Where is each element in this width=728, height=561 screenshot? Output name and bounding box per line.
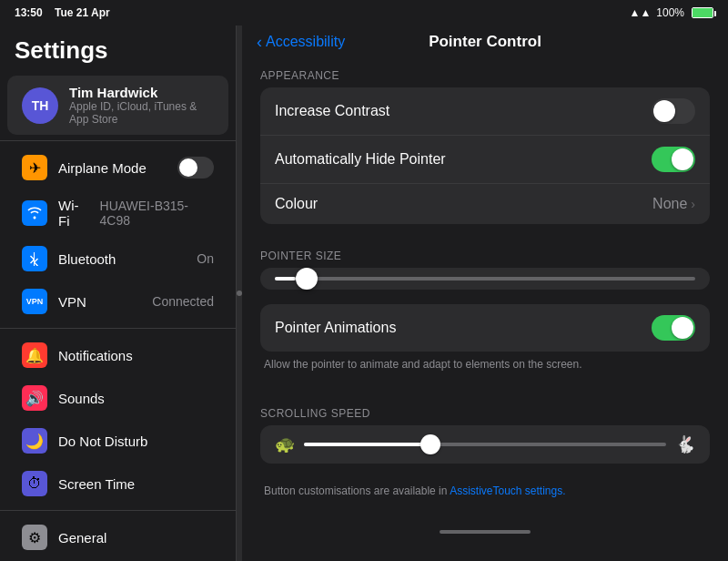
battery-percent: 100% — [656, 6, 684, 19]
pointer-size-track — [275, 277, 695, 280]
airplane-label: Airplane Mode — [58, 160, 147, 176]
increase-contrast-toggle[interactable] — [652, 98, 695, 124]
nav-bar: ‹ Accessibility Pointer Control — [242, 26, 728, 58]
donotdisturb-label: Do Not Disturb — [58, 434, 147, 449]
colour-label: Colour — [275, 196, 652, 212]
auto-hide-label: Automatically Hide Pointer — [275, 151, 652, 168]
main-content: ‹ Accessibility Pointer Control APPEARAN… — [242, 26, 728, 561]
appearance-group: Increase Contrast Automatically Hide Poi… — [260, 87, 710, 224]
pointer-animations-knob — [672, 317, 693, 339]
sidebar-item-wifi[interactable]: Wi-Fi HUAWEI-B315-4C98 — [7, 189, 228, 237]
sounds-icon: 🔊 — [22, 385, 47, 411]
increase-contrast-knob — [653, 100, 675, 122]
battery-icon — [692, 7, 713, 18]
wifi-sidebar-icon — [22, 200, 47, 226]
status-bar: 13:50 Tue 21 Apr ▲▲ 100% — [0, 0, 728, 26]
vpn-label: VPN — [58, 294, 86, 310]
sidebar-title: Settings — [0, 26, 236, 72]
home-indicator — [242, 523, 728, 541]
bluetooth-icon — [22, 246, 47, 271]
general-icon: ⚙ — [22, 525, 47, 550]
colour-row[interactable]: Colour None › — [260, 184, 710, 224]
sidebar-item-donotdisturb[interactable]: 🌙 Do Not Disturb — [7, 420, 228, 462]
screentime-label: Screen Time — [58, 476, 135, 492]
colour-value: None — [652, 196, 687, 212]
notifications-label: Notifications — [58, 348, 133, 363]
bluetooth-label: Bluetooth — [58, 251, 116, 267]
donotdisturb-icon: 🌙 — [22, 428, 47, 454]
assistivetouch-link[interactable]: AssistiveTouch settings. — [450, 484, 565, 497]
wifi-value: HUAWEI-B315-4C98 — [100, 199, 214, 228]
wifi-label: Wi-Fi — [58, 198, 89, 229]
sidebar-item-general[interactable]: ⚙ General — [7, 516, 228, 558]
notifications-icon: 🔔 — [22, 342, 47, 368]
scrolling-speed-label: SCROLLING SPEED — [260, 396, 710, 425]
sidebar-item-vpn[interactable]: VPN VPN Connected — [7, 280, 228, 322]
profile-name: Tim Hardwick — [69, 85, 214, 100]
sidebar-item-screentime[interactable]: ⏱ Screen Time — [7, 463, 228, 505]
divider-3 — [0, 510, 236, 511]
animations-group: Pointer Animations — [260, 304, 710, 352]
pointer-size-section: POINTER SIZE — [242, 239, 728, 304]
auto-hide-pointer-row: Automatically Hide Pointer — [260, 136, 710, 184]
sidebar-item-airplane[interactable]: ✈ Airplane Mode — [7, 147, 228, 189]
appearance-section-label: APPEARANCE — [260, 58, 710, 87]
scrolling-speed-section: SCROLLING SPEED 🐢 🐇 — [242, 396, 728, 478]
airplane-icon: ✈ — [22, 155, 47, 180]
scroll-track — [304, 443, 666, 446]
colour-chevron-icon: › — [691, 197, 695, 211]
status-date: Tue 21 Apr — [55, 6, 110, 19]
scroll-fill — [304, 443, 430, 446]
back-button[interactable]: ‹ Accessibility — [257, 33, 345, 52]
pointer-animations-toggle[interactable] — [652, 315, 695, 341]
animations-hint: Allow the pointer to animate and adapt t… — [260, 352, 710, 382]
animations-section: Pointer Animations Allow the pointer to … — [242, 304, 728, 396]
home-bar — [440, 530, 531, 534]
sounds-label: Sounds — [58, 391, 105, 406]
scroll-thumb[interactable] — [420, 434, 440, 454]
profile-item[interactable]: TH Tim Hardwick Apple ID, iCloud, iTunes… — [7, 76, 228, 135]
profile-info: Tim Hardwick Apple ID, iCloud, iTunes & … — [69, 85, 214, 126]
wifi-icon: ▲▲ — [630, 6, 652, 19]
scroll-slow-icon: 🐢 — [275, 434, 295, 454]
sidebar-item-sounds[interactable]: 🔊 Sounds — [7, 377, 228, 419]
footer-text: Button customisations are available in — [264, 484, 450, 497]
bluetooth-value: On — [197, 251, 214, 266]
pointer-size-thumb[interactable] — [296, 268, 318, 290]
footer-hint: Button customisations are available in A… — [260, 478, 710, 508]
vpn-icon: VPN — [22, 289, 47, 314]
pointer-animations-label: Pointer Animations — [275, 320, 652, 336]
sidebar: Settings TH Tim Hardwick Apple ID, iClou… — [0, 26, 237, 561]
sidebar-item-bluetooth[interactable]: Bluetooth On — [7, 238, 228, 280]
general-label: General — [58, 530, 106, 546]
pointer-animations-row: Pointer Animations — [260, 304, 710, 352]
increase-contrast-label: Increase Contrast — [275, 103, 652, 119]
status-time: 13:50 — [15, 6, 43, 19]
appearance-section: APPEARANCE Increase Contrast Automatical… — [242, 58, 728, 239]
screentime-icon: ⏱ — [22, 471, 47, 496]
footer-section: Button customisations are available in A… — [242, 478, 728, 523]
vpn-value: Connected — [152, 294, 214, 309]
scroll-fast-icon: 🐇 — [675, 434, 695, 454]
pointer-size-label: POINTER SIZE — [260, 239, 710, 268]
scrolling-slider-row: 🐢 🐇 — [260, 425, 710, 464]
divider-1 — [0, 140, 236, 141]
auto-hide-toggle[interactable] — [652, 147, 695, 172]
nav-title: Pointer Control — [429, 33, 541, 51]
profile-subtitle: Apple ID, iCloud, iTunes & App Store — [69, 100, 214, 126]
airplane-toggle[interactable] — [177, 157, 214, 178]
auto-hide-knob — [672, 148, 693, 170]
sidebar-item-notifications[interactable]: 🔔 Notifications — [7, 334, 228, 376]
divider-2 — [0, 328, 236, 329]
pointer-size-fill — [275, 277, 296, 280]
increase-contrast-row: Increase Contrast — [260, 87, 710, 136]
pointer-size-slider-container — [260, 268, 710, 290]
back-chevron-icon: ‹ — [257, 33, 262, 52]
app-container: Settings TH Tim Hardwick Apple ID, iClou… — [0, 26, 728, 561]
back-label: Accessibility — [266, 34, 345, 50]
avatar: TH — [22, 87, 58, 124]
